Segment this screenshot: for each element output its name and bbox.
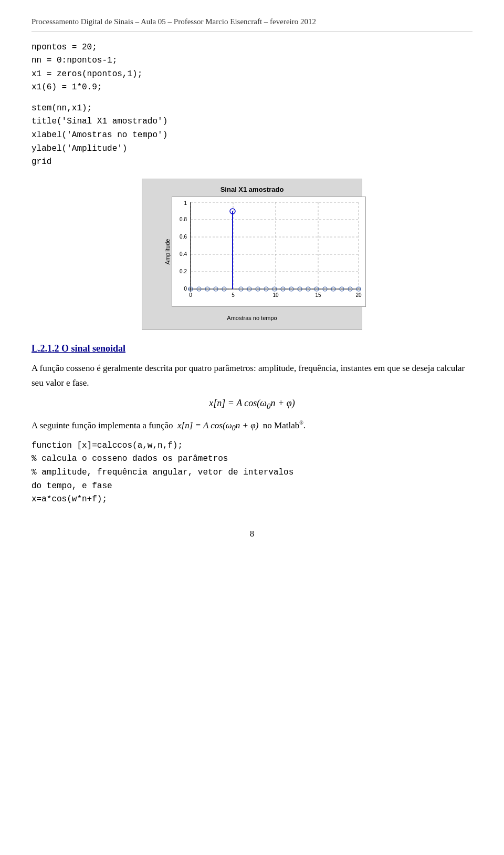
header-text: Processamento Digital de Sinais – Aula 0… xyxy=(32,17,316,26)
chart-ylabel: Amplitude xyxy=(163,239,172,265)
svg-text:5: 5 xyxy=(232,292,235,298)
page-number: 8 xyxy=(32,528,472,540)
svg-text:0.2: 0.2 xyxy=(180,269,187,274)
chart-box: Sinal X1 amostrado Amplitude xyxy=(142,179,362,331)
chart-xlabel: Amostras no tempo xyxy=(151,314,353,323)
svg-text:20: 20 xyxy=(355,292,362,298)
chart-container: Sinal X1 amostrado Amplitude xyxy=(32,179,472,331)
svg-text:10: 10 xyxy=(272,292,279,298)
math-inline: x[n] = A cos(ω0n + φ) xyxy=(175,420,263,430)
registered-mark: ® xyxy=(299,420,303,426)
svg-text:0.4: 0.4 xyxy=(180,251,187,257)
svg-text:1: 1 xyxy=(184,200,187,206)
paragraph-2-prefix: A seguinte função implementa a função xyxy=(32,420,173,430)
svg-text:0: 0 xyxy=(189,292,192,298)
svg-text:0.8: 0.8 xyxy=(180,217,187,222)
code-block-1: npontos = 20; nn = 0:npontos-1; x1 = zer… xyxy=(32,41,472,95)
math-formula-display: x[n] = A cos(ω0n + φ) xyxy=(32,396,472,412)
section-heading: L.2.1.2 O sinal senoidal xyxy=(32,342,472,356)
svg-text:15: 15 xyxy=(315,292,321,298)
chart-inner: 0 0.2 0.4 0.6 0.8 1 0 5 10 15 20 xyxy=(172,197,366,307)
paragraph-2-suffix: no Matlab xyxy=(263,420,299,430)
code-block-2: stem(nn,x1); title('Sinal X1 amostrado')… xyxy=(32,102,472,169)
svg-text:0.6: 0.6 xyxy=(180,234,187,240)
paragraph-1: A função cosseno é geralmente descrita p… xyxy=(32,361,472,389)
code-block-3: function [x]=calccos(a,w,n,f); % calcula… xyxy=(32,439,472,507)
svg-text:0: 0 xyxy=(184,286,187,292)
chart-title: Sinal X1 amostrado xyxy=(151,184,353,195)
chart-svg: 0 0.2 0.4 0.6 0.8 1 0 5 10 15 20 xyxy=(172,197,366,307)
page-header: Processamento Digital de Sinais – Aula 0… xyxy=(32,16,472,32)
paragraph-2: A seguinte função implementa a função x[… xyxy=(32,418,472,434)
